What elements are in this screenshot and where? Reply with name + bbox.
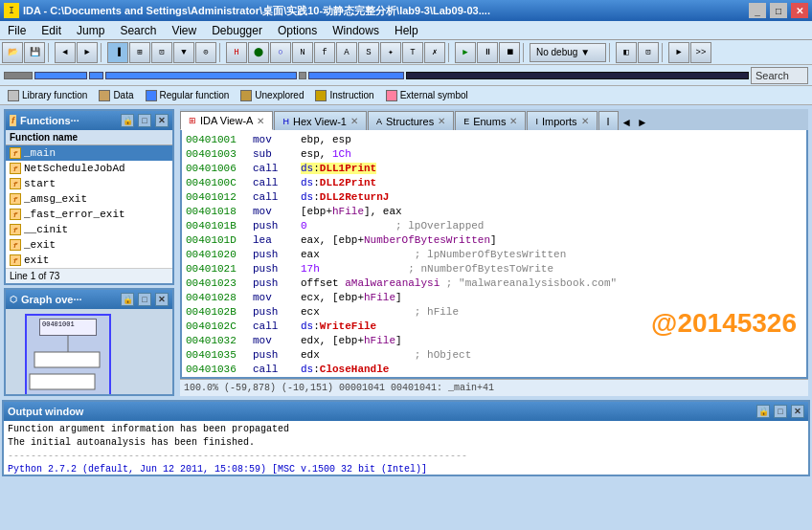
func-item-exit2[interactable]: f _exit [6,237,172,253]
tab-ida-view-a[interactable]: ⊞ IDA View-A ✕ [180,111,273,130]
tab-extra[interactable]: I [598,111,619,130]
legend-instruction-label: Instruction [329,90,373,100]
functions-pane: f Functions··· 🔒 □ ✕ Function name f _ma… [4,109,174,285]
legend-data: Data [99,90,133,101]
nav-btn5[interactable]: ⊙ [195,42,216,63]
tab-ida-label: IDA View-A [200,115,253,126]
asm-row-15: 00401032 mov edx, [ebp+hFile] [182,333,806,347]
names-btn[interactable]: N [292,42,313,63]
output-lock-btn[interactable]: 🔒 [756,405,770,418]
str-btn[interactable]: A [336,42,357,63]
asm-mnem-10: push [253,263,301,275]
asm-mnem-5: call [253,191,301,203]
functions-list[interactable]: f _main f NetScheduleJobAd f start f _am… [6,145,172,268]
menu-edit[interactable]: Edit [34,21,69,39]
open-button[interactable]: 📂 [2,42,23,63]
asm-view[interactable]: 00401001 mov ebp, esp 00401003 sub esp, … [180,130,808,379]
tab-imports[interactable]: I Imports ✕ [527,111,597,130]
tab-hex-view[interactable]: H Hex View-1 ✕ [274,111,367,130]
nav-btn2[interactable]: ⊞ [129,42,150,63]
graph-content[interactable]: 00401001 [6,309,172,394]
stop-btn[interactable]: ⏹ [499,42,520,63]
graph-close-btn[interactable]: ✕ [155,293,169,306]
function-name-header: Function name [10,132,78,143]
menu-help[interactable]: Help [387,21,426,39]
dbg-btn2[interactable]: ⊡ [638,42,659,63]
more-btn[interactable]: >> [690,42,711,63]
functions-close-btn[interactable]: ✕ [155,114,169,127]
func-item-netschedule[interactable]: f NetScheduleJobAd [6,161,172,176]
seg-btn[interactable]: S [358,42,379,63]
nav-btn4[interactable]: ▼ [173,42,194,63]
prob-btn[interactable]: ✗ [424,42,445,63]
export-btn[interactable]: ○ [270,42,291,63]
output-float-btn[interactable]: □ [774,405,787,418]
functions-pane-header: f Functions··· 🔒 □ ✕ [6,111,172,130]
func-item-exit[interactable]: f exit [6,253,172,268]
asm-row-16: 00401035 push edx ; hObject [182,347,806,362]
import-btn[interactable]: ⬤ [248,42,269,63]
func-item-start[interactable]: f start [6,176,172,191]
tab-struct-close[interactable]: ✕ [438,116,445,126]
graph-lock-btn[interactable]: 🔒 [121,293,134,306]
close-button[interactable]: ✕ [791,3,808,18]
menu-view[interactable]: View [164,21,204,39]
sig-btn[interactable]: ✦ [380,42,401,63]
asm-mnem-14: call [253,320,301,332]
functions-lock-btn[interactable]: 🔒 [121,114,134,127]
func-item-cinit[interactable]: f __cinit [6,222,172,237]
func-name-amsg: _amsg_exit [24,193,87,205]
tab-nav-prev[interactable]: ◄ [620,117,634,130]
tab-enums[interactable]: E Enums ✕ [455,111,526,130]
asm-row-18: 0040103C push offset LibFileName ; "DLL3… [182,376,806,379]
tab-nav-next[interactable]: ► [635,117,649,130]
tab-enum-close[interactable]: ✕ [509,116,517,126]
output-close-btn[interactable]: ✕ [791,405,804,418]
tab-structures[interactable]: A Structures ✕ [368,111,454,130]
pause-btn[interactable]: ⏸ [477,42,498,63]
asm-ops-13: ecx ; hFile [301,306,802,318]
minimize-button[interactable]: _ [749,3,766,18]
nav-btn3[interactable]: ⊡ [151,42,172,63]
func-item-amsg[interactable]: f _amsg_exit [6,191,172,207]
left-panel: f Functions··· 🔒 □ ✕ Function name f _ma… [2,107,176,398]
menu-options[interactable]: Options [270,21,325,39]
menubar: File Edit Jump Search View Debugger Opti… [0,21,812,40]
funcs-btn[interactable]: f [314,42,335,63]
asm-mnem-17: call [253,364,301,375]
menu-file[interactable]: File [0,21,34,39]
tab-ida-close[interactable]: ✕ [257,116,264,126]
func-icon-fast-error: f [10,209,21,220]
search-box[interactable]: Search [751,67,808,84]
asm-mnem-16: push [253,349,301,361]
svg-rect-2 [30,374,95,389]
forward-button[interactable]: ► [77,42,98,63]
func-item-main[interactable]: f _main [6,145,172,161]
menu-jump[interactable]: Jump [69,21,112,39]
nav-btn1[interactable]: ▐ [107,42,128,63]
menu-debugger[interactable]: Debugger [204,21,270,39]
tab-bar: ⊞ IDA View-A ✕ H Hex View-1 ✕ A Structur… [180,109,808,130]
output-content[interactable]: Function argument information has been p… [4,421,808,475]
menu-search[interactable]: Search [112,21,164,39]
maximize-button[interactable]: □ [770,3,787,18]
dbg-btn3[interactable]: ► [668,42,689,63]
func-item-fast-error[interactable]: f _fast_error_exit [6,207,172,222]
menu-windows[interactable]: Windows [325,21,387,39]
func-name-exit: exit [24,254,49,266]
run-btn[interactable]: ▶ [455,42,476,63]
asm-ops-8: eax, [ebp+NumberOfBytesWritten] [301,234,802,246]
back-button[interactable]: ◄ [55,42,76,63]
func-icon-amsg: f [10,193,21,205]
graph-float-btn[interactable]: □ [138,293,151,306]
hex-btn[interactable]: H [226,42,247,63]
tab-hex-close[interactable]: ✕ [350,116,358,126]
legend-unexplored: Unexplored [240,90,304,101]
type-btn[interactable]: T [402,42,423,63]
dbg-btn1[interactable]: ◧ [616,42,637,63]
debug-select[interactable]: No debug ▼ [530,43,606,62]
functions-float-btn[interactable]: □ [138,114,151,127]
save-button[interactable]: 💾 [24,42,45,63]
tab-import-close[interactable]: ✕ [581,116,589,126]
asm-mnem-7: push [253,220,301,232]
